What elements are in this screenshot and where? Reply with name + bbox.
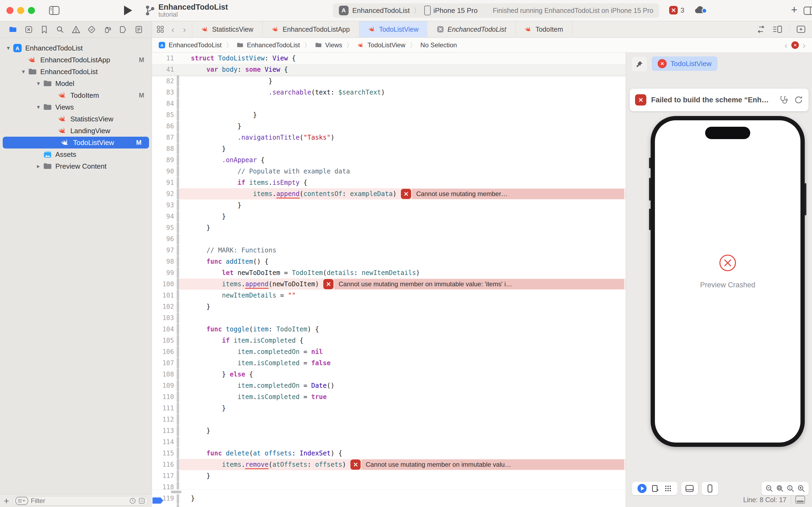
zoom-window-button[interactable] — [28, 7, 35, 14]
breadcrumb-item[interactable]: EnhancedTodoList — [159, 41, 222, 49]
sidebar-item-enhancedtodolistapp[interactable]: EnhancedTodoListAppM — [0, 54, 152, 66]
preview-target-chip[interactable]: TodoListView — [652, 56, 717, 71]
line-number[interactable]: 103 — [152, 314, 174, 322]
line-number[interactable]: 113 — [152, 427, 174, 435]
disclosure-chevron-icon[interactable]: ▸ — [34, 163, 43, 170]
bookmark-navigator-icon[interactable] — [39, 24, 50, 35]
go-back-button[interactable]: ‹ — [170, 24, 176, 35]
code-line-90[interactable]: 90// Populate with example data — [152, 166, 626, 177]
code-line-96[interactable]: 96 — [152, 233, 626, 245]
sidebar-item-todolistview[interactable]: TodoListViewM — [3, 137, 149, 149]
test-navigator-icon[interactable] — [86, 24, 97, 35]
selectable-preview-button[interactable] — [651, 485, 659, 493]
line-number[interactable]: 100 — [152, 280, 174, 288]
line-number[interactable]: 111 — [152, 404, 174, 412]
code-line-110[interactable]: 110item.isCompleted = true — [152, 391, 626, 402]
error-badge-icon[interactable] — [323, 279, 334, 289]
toggle-inspector-icon[interactable] — [803, 6, 812, 15]
disclosure-chevron-icon[interactable]: ▾ — [19, 68, 28, 75]
line-number[interactable]: 104 — [152, 326, 174, 333]
code-line-113[interactable]: 113} — [152, 425, 626, 436]
code-line-107[interactable]: 107item.isCompleted = false — [152, 357, 626, 369]
line-number[interactable]: 94 — [152, 213, 174, 220]
code-line-86[interactable]: 86} — [152, 121, 626, 132]
code-line-100[interactable]: 100items.append(newToDoItem)Cannot use m… — [152, 278, 626, 290]
line-number[interactable]: 83 — [152, 89, 174, 96]
tab-statisticsview[interactable]: StatisticsView — [192, 21, 263, 37]
code-line-91[interactable]: 91if items.isEmpty { — [152, 177, 626, 188]
zoom-to-fit-icon[interactable] — [776, 485, 784, 493]
line-number[interactable]: 108 — [152, 371, 174, 378]
issue-indicator-icon[interactable] — [791, 41, 799, 49]
error-badge-icon[interactable] — [350, 459, 361, 470]
line-number[interactable]: 92 — [152, 190, 174, 198]
breadcrumb-item[interactable]: TodoListView — [357, 41, 405, 49]
code-line-103[interactable]: 103 — [152, 312, 626, 324]
line-number[interactable]: 84 — [152, 100, 174, 107]
line-number[interactable]: 88 — [152, 145, 174, 153]
minimize-window-button[interactable] — [17, 7, 24, 14]
run-button[interactable] — [124, 6, 132, 15]
adjust-editor-options-icon[interactable] — [772, 25, 782, 33]
recents-clock-icon[interactable] — [129, 497, 136, 504]
issue-summary[interactable]: 3 — [669, 6, 684, 14]
code-line-82[interactable]: 82} — [152, 75, 626, 87]
sidebar-item-enhancedtodolist[interactable]: ▾EnhancedTodoList — [0, 42, 152, 54]
line-number[interactable]: 109 — [152, 382, 174, 389]
line-number[interactable]: 87 — [152, 134, 174, 141]
line-number[interactable]: 95 — [152, 224, 174, 231]
disclosure-chevron-icon[interactable]: ▾ — [4, 45, 13, 52]
new-tab-button[interactable]: + — [791, 4, 797, 16]
code-line-99[interactable]: 99let newToDoItem = TodoItem(details: ne… — [152, 267, 626, 278]
line-number[interactable]: 99 — [152, 269, 174, 277]
code-line-115[interactable]: 115func delete(at offsets: IndexSet) { — [152, 448, 626, 459]
tab-todolistview[interactable]: TodoListView — [359, 21, 428, 37]
code-line-98[interactable]: 98func addItem() { — [152, 256, 626, 267]
zoom-in-icon[interactable] — [797, 485, 805, 493]
line-number[interactable]: 11 — [152, 55, 174, 62]
breadcrumb-item[interactable]: No Selection — [420, 41, 457, 49]
scrollbar-thumb[interactable] — [171, 491, 181, 493]
code-line-85[interactable]: 85} — [152, 109, 626, 121]
device-settings-button[interactable] — [681, 482, 698, 495]
toggle-bottom-bar-icon[interactable] — [795, 496, 805, 504]
code-line-93[interactable]: 93} — [152, 200, 626, 211]
line-number[interactable]: 120 — [152, 506, 174, 507]
code-line-105[interactable]: 105if item.isCompleted { — [152, 335, 626, 346]
report-navigator-icon[interactable] — [133, 24, 144, 35]
add-file-button[interactable]: + — [4, 497, 9, 505]
error-badge-icon[interactable] — [401, 189, 411, 199]
code-line-106[interactable]: 106item.completedOn = nil — [152, 346, 626, 357]
filter-field[interactable] — [12, 496, 148, 506]
line-number[interactable]: 91 — [152, 179, 174, 186]
tab-enhancedtodolistapp[interactable]: EnhancedTodoListApp — [263, 21, 359, 37]
line-number[interactable]: 93 — [152, 202, 174, 209]
code-line-109[interactable]: 109item.completedOn = Date() — [152, 380, 626, 391]
code-line-95[interactable]: 95} — [152, 222, 626, 233]
code-line-119[interactable]: 119} — [152, 493, 626, 504]
debug-navigator-icon[interactable] — [102, 24, 113, 35]
code-line-101[interactable]: 101newItemDetails = "" — [152, 290, 626, 301]
sidebar-item-preview-content[interactable]: ▸Preview Content — [0, 160, 152, 172]
line-number[interactable]: 89 — [152, 156, 174, 164]
go-forward-button[interactable]: › — [181, 24, 187, 35]
code-line-114[interactable]: 114 — [152, 436, 626, 448]
previous-issue-button[interactable]: ‹ — [785, 40, 787, 51]
diagnostics-icon[interactable] — [779, 95, 788, 105]
sidebar-item-statisticsview[interactable]: StatisticsView — [0, 113, 152, 125]
code-line-111[interactable]: 111} — [152, 402, 626, 414]
disclosure-chevron-icon[interactable]: ▾ — [34, 104, 43, 111]
live-preview-button[interactable] — [637, 484, 647, 493]
breadcrumb-item[interactable]: EnhancedTodoList — [237, 41, 300, 49]
line-number[interactable]: 98 — [152, 258, 174, 265]
source-editor[interactable]: 11struct TodoListView: View {41var body:… — [152, 53, 626, 507]
pin-preview-button[interactable] — [632, 57, 647, 71]
sidebar-item-todoitem[interactable]: TodoItemM — [0, 90, 152, 101]
code-line-41[interactable]: 41var body: some View { — [152, 64, 626, 75]
code-lines[interactable]: 82}83.searchable(text: $searchText)8485}… — [152, 75, 626, 507]
find-navigator-icon[interactable] — [55, 24, 65, 35]
breakpoint-navigator-icon[interactable] — [118, 24, 128, 35]
code-line-11[interactable]: 11struct TodoListView: View { — [152, 53, 626, 64]
tab-overview-icon[interactable] — [156, 25, 164, 33]
code-line-102[interactable]: 102} — [152, 301, 626, 312]
